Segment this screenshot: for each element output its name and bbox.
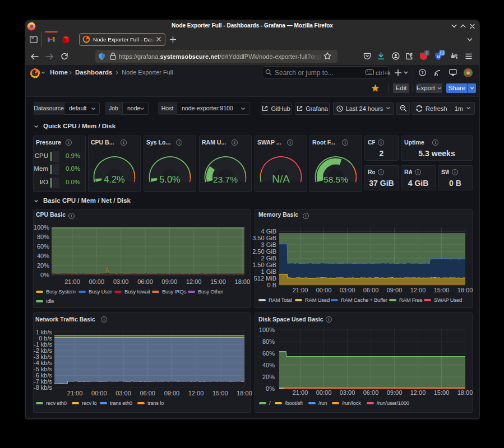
svg-text:?: ? <box>421 70 424 75</box>
svg-text:23.7%: 23.7% <box>213 175 238 184</box>
svg-text:4.2%: 4.2% <box>104 174 125 184</box>
svg-text:5.0%: 5.0% <box>159 174 181 184</box>
svg-text:58.5%: 58.5% <box>323 175 348 184</box>
svg-text:N/A: N/A <box>272 173 290 185</box>
